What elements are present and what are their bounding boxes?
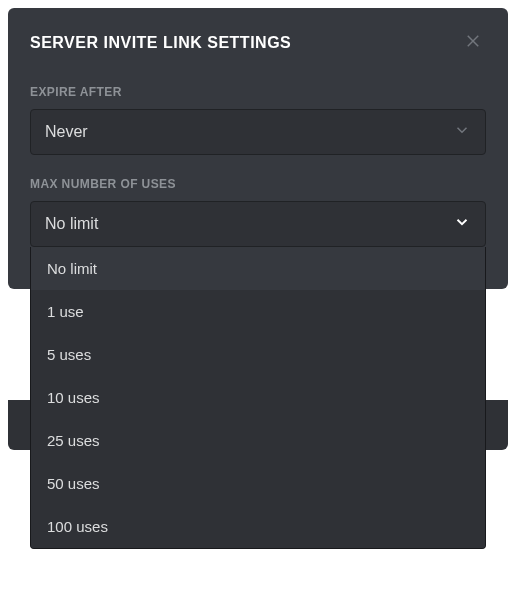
max-uses-option[interactable]: 1 use <box>31 290 485 333</box>
max-uses-option[interactable]: 10 uses <box>31 376 485 419</box>
expire-after-field: EXPIRE AFTER Never <box>30 85 486 155</box>
modal-header: SERVER INVITE LINK SETTINGS <box>30 28 486 57</box>
expire-after-value: Never <box>45 123 88 141</box>
max-uses-option[interactable]: 5 uses <box>31 333 485 376</box>
modal-title: SERVER INVITE LINK SETTINGS <box>30 34 291 52</box>
chevron-down-icon <box>453 213 471 235</box>
max-uses-option[interactable]: 50 uses <box>31 462 485 505</box>
close-icon <box>464 32 482 53</box>
invite-settings-modal: SERVER INVITE LINK SETTINGS EXPIRE AFTER… <box>8 8 508 289</box>
max-uses-option[interactable]: 100 uses <box>31 505 485 548</box>
expire-after-label: EXPIRE AFTER <box>30 85 486 99</box>
close-button[interactable] <box>460 28 486 57</box>
max-uses-value: No limit <box>45 215 98 233</box>
max-uses-dropdown: No limit 1 use 5 uses 10 uses 25 uses 50… <box>30 247 486 549</box>
max-uses-select[interactable]: No limit <box>30 201 486 247</box>
max-uses-option[interactable]: No limit <box>31 247 485 290</box>
max-uses-field: MAX NUMBER OF USES No limit No limit 1 u… <box>30 177 486 247</box>
max-uses-option[interactable]: 25 uses <box>31 419 485 462</box>
chevron-down-icon <box>453 121 471 143</box>
max-uses-label: MAX NUMBER OF USES <box>30 177 486 191</box>
expire-after-select[interactable]: Never <box>30 109 486 155</box>
